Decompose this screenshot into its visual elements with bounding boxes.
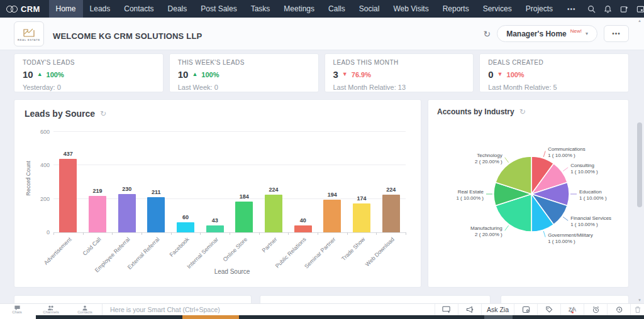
scrollbar-thumb[interactable]	[637, 122, 642, 207]
pie-leader-line	[563, 217, 568, 220]
kpi-value-row: 10▲100%	[178, 69, 310, 80]
header-more-button[interactable]: •••	[604, 25, 629, 42]
leads-by-source-card: Leads by Source ↻ Record Count 020040060…	[14, 99, 421, 288]
bar-public-relations	[294, 225, 312, 232]
chat-tab-label: Chats	[12, 310, 22, 314]
nav-more-button[interactable]: •••	[560, 0, 584, 18]
nav-item-tasks[interactable]: Tasks	[244, 0, 277, 18]
nav-item-calls[interactable]: Calls	[321, 0, 352, 18]
screen-share-icon[interactable]	[435, 304, 458, 315]
chat-tabs: Chats Channels Contacts	[0, 304, 102, 315]
pie-label: Real Estate1 ( 10.00% )	[456, 189, 484, 201]
bar-value-label: 174	[357, 195, 367, 202]
bar-trade-show	[353, 203, 370, 232]
partial-card	[501, 295, 629, 304]
nav-item-contacts[interactable]: Contacts	[117, 0, 160, 18]
chevron-down-icon: ▾	[586, 31, 588, 36]
trend-down-icon: ▼	[497, 72, 503, 77]
trend-down-icon: ▼	[342, 72, 348, 77]
x-label-cell: Internal Seminar	[200, 233, 230, 268]
bar-group: 174	[347, 195, 377, 232]
zia-chat-icon[interactable]	[514, 304, 537, 315]
bars: 437219230211604318422440194174224	[53, 132, 406, 232]
trend-up-icon: ▲	[37, 72, 43, 77]
chat-tab-channels[interactable]: Channels	[34, 304, 68, 315]
bar-group: 194	[318, 192, 347, 232]
pie-label: Education1 ( 10.00% )	[579, 189, 607, 201]
bar-cold-call	[89, 196, 106, 232]
kpi-percent: 100%	[201, 71, 219, 78]
x-tick-label: Advertisement	[43, 236, 73, 266]
bar-employee-referral	[118, 194, 136, 232]
zia-translate-icon[interactable]: ZA	[560, 304, 584, 315]
nav-item-web-visits[interactable]: Web Visits	[386, 0, 435, 18]
bar-external-referral	[147, 197, 165, 232]
refresh-icon[interactable]: ↻	[100, 109, 106, 118]
pie-leader-line	[543, 231, 545, 237]
kpi-percent: 100%	[47, 71, 64, 78]
kpi-card: TODAY'S LEADS10▲100%Yesterday: 0	[14, 53, 164, 92]
scroll-up-arrow[interactable]: ▲	[635, 19, 644, 23]
history-icon[interactable]	[607, 304, 630, 315]
ask-zia-button[interactable]: Ask Zia	[481, 304, 514, 315]
bar-seminar-partner	[323, 200, 341, 232]
new-badge: New!	[570, 28, 582, 34]
company-logo-text: REAL ESTATE	[18, 38, 40, 41]
bar-chart-title-row: Leads by Source ↻	[25, 109, 411, 119]
x-tick-label: Partner	[260, 236, 278, 254]
partial-cards-row	[14, 295, 629, 304]
dashboard-selector-label: Manager's Home	[506, 30, 567, 38]
chat-tab-chats[interactable]: Chats	[0, 304, 34, 315]
kpi-subtext: Last Month Relative: 5	[488, 84, 620, 91]
dashboard-selector[interactable]: Manager's Home New! ▾	[497, 25, 597, 42]
nav-item-social[interactable]: Social	[352, 0, 387, 18]
pie-leader-line	[543, 151, 545, 158]
nav-item-deals[interactable]: Deals	[161, 0, 194, 18]
chat-right-icons: Ask Zia ZA	[435, 304, 644, 315]
nav-item-projects[interactable]: Projects	[519, 0, 560, 18]
trash-icon[interactable]	[630, 304, 644, 315]
pie-label: Communications1 ( 10.00% )	[548, 146, 586, 158]
bar-value-label: 219	[92, 188, 102, 194]
bar-group: 211	[142, 189, 171, 232]
chat-tab-contacts[interactable]: Contacts	[68, 304, 102, 315]
reminder-icon[interactable]	[584, 304, 607, 315]
pie-chart-title-row: Accounts by Industry ↻	[437, 107, 619, 116]
nav-item-post-sales[interactable]: Post Sales	[194, 0, 243, 18]
bar-facebook	[177, 222, 194, 232]
page-title: WELCOME KG CRM SOLUTIONS LLP	[53, 31, 202, 41]
pie-label: Consulting1 ( 10.00% )	[570, 163, 598, 175]
smart-chat-bar: Chats Channels Contacts Ask Zia	[0, 303, 644, 315]
announcement-icon[interactable]	[458, 304, 481, 315]
kpi-title: DEALS CREATED	[488, 59, 620, 66]
nav-item-reports[interactable]: Reports	[436, 0, 476, 18]
nav-item-home[interactable]: Home	[49, 0, 83, 18]
search-icon[interactable]	[584, 0, 600, 18]
notification-dot	[572, 311, 574, 313]
nav-item-services[interactable]: Services	[476, 0, 519, 18]
charts-row: Leads by Source ↻ Record Count 020040060…	[14, 99, 629, 288]
smart-chat-input[interactable]	[103, 304, 435, 315]
accounts-by-industry-card: Accounts by Industry ↻ Communications1 (…	[428, 99, 629, 288]
nav-item-meetings[interactable]: Meetings	[277, 0, 321, 18]
pie-leader-line	[563, 168, 568, 171]
kpi-subtext: Last Week: 0	[178, 84, 310, 91]
bar-value-label: 230	[122, 186, 131, 192]
nav-items: HomeLeadsContactsDealsPost SalesTasksMee…	[49, 0, 560, 18]
refresh-icon[interactable]: ↻	[519, 107, 526, 116]
nav-item-leads[interactable]: Leads	[83, 0, 118, 18]
create-record-icon[interactable]	[616, 0, 633, 18]
x-axis-title: Lead Source	[53, 268, 411, 275]
app-logo[interactable]: CRM	[0, 0, 49, 18]
bar-value-label: 184	[240, 193, 249, 200]
calendar-icon[interactable]	[633, 0, 644, 18]
tag-icon[interactable]	[537, 304, 560, 315]
partial-card	[14, 295, 252, 304]
scroll-down-arrow[interactable]: ▼	[635, 298, 644, 302]
refresh-icon[interactable]: ↻	[483, 30, 491, 38]
nav-right-icons	[584, 0, 644, 18]
pie-svg: Communications1 ( 10.00% )Consulting1 ( …	[437, 120, 619, 268]
pie-label: Financial Services1 ( 10.00% )	[570, 215, 611, 227]
bar-advertisement	[59, 159, 77, 232]
notifications-icon[interactable]	[600, 0, 616, 18]
